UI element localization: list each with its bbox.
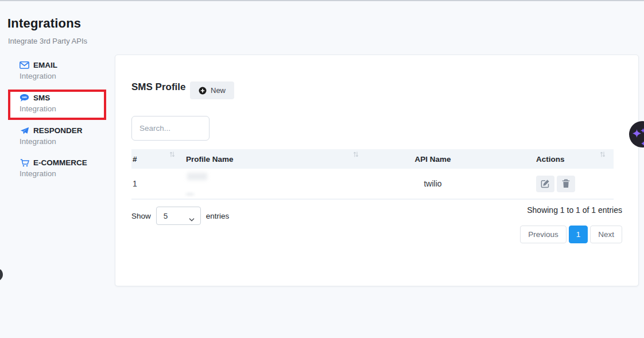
sidebar-item-email[interactable]: EMAIL Integration xyxy=(20,61,108,80)
header-label: # xyxy=(133,155,137,164)
sidebar-item-title: E-COMMERCE xyxy=(20,158,108,167)
sidebar-item-sublabel: Integration xyxy=(20,104,108,113)
sidebar-item-ecommerce[interactable]: E-COMMERCE Integration xyxy=(20,158,108,178)
left-edge-widget-handle[interactable] xyxy=(0,268,3,281)
sparkle-icon-small xyxy=(641,125,644,135)
cell-index: 1 xyxy=(131,169,183,199)
sms-profile-table: # Profile Name API Name Actions xyxy=(131,149,614,200)
sidebar-item-title: EMAIL xyxy=(20,61,108,69)
sidebar-item-label: E-COMMERCE xyxy=(33,158,87,167)
sms-chat-icon: SMS xyxy=(20,94,29,102)
redacted-profile-name xyxy=(187,173,207,180)
page-size-value: 5 xyxy=(164,212,168,220)
sparkle-icon xyxy=(633,129,641,140)
cell-actions xyxy=(499,169,614,199)
sidebar-item-sublabel: Integration xyxy=(20,72,108,80)
sidebar-item-title: RESPONDER xyxy=(20,126,108,135)
sidebar-item-responder[interactable]: RESPONDER Integration xyxy=(20,126,108,146)
page-title: Integrations xyxy=(7,16,81,31)
delete-button[interactable] xyxy=(557,176,575,192)
svg-text:SMS: SMS xyxy=(22,96,27,99)
header-label: Profile Name xyxy=(186,155,234,164)
shopping-cart-icon xyxy=(20,159,29,167)
page-length-control: Show 5 entries xyxy=(131,207,229,225)
sidebar-item-sublabel: Integration xyxy=(20,169,108,178)
current-page-button[interactable]: 1 xyxy=(569,226,588,243)
sort-icon xyxy=(169,151,175,160)
header-label: API Name xyxy=(414,155,451,164)
new-button[interactable]: New xyxy=(190,81,234,99)
header-api-name[interactable]: API Name xyxy=(367,149,499,169)
sort-icon xyxy=(600,151,606,160)
paper-plane-icon xyxy=(20,127,29,135)
card-title: SMS Profile xyxy=(131,81,185,93)
header-index[interactable]: # xyxy=(131,149,183,169)
chevron-down-icon xyxy=(189,215,195,223)
table-header-row: # Profile Name API Name Actions xyxy=(131,149,614,169)
table-info-text: Showing 1 to 1 of 1 entries xyxy=(527,205,622,215)
sidebar-item-label: SMS xyxy=(33,94,50,102)
header-label: Actions xyxy=(536,155,565,164)
redacted-profile-name-smudge xyxy=(186,193,194,196)
sort-icon xyxy=(353,151,359,160)
sidebar-item-sms[interactable]: SMS SMS Integration xyxy=(20,94,108,113)
search-input[interactable] xyxy=(131,116,210,141)
pagination: Previous 1 Next xyxy=(520,226,622,243)
new-button-label: New xyxy=(211,86,226,95)
sms-profile-card: SMS Profile New # Profile Name xyxy=(115,55,639,286)
sidebar-item-title: SMS SMS xyxy=(20,94,108,102)
page-subtitle: Integrate 3rd Party APIs xyxy=(8,37,87,45)
page-size-select[interactable]: 5 xyxy=(156,207,201,225)
edit-pencil-icon xyxy=(541,179,550,188)
envelope-icon xyxy=(20,61,29,69)
show-label: Show xyxy=(131,212,151,220)
integrations-page: Integrations Integrate 3rd Party APIs EM… xyxy=(0,0,644,338)
next-page-button[interactable]: Next xyxy=(590,226,622,243)
cell-api-name: twilio xyxy=(367,169,499,199)
sidebar-item-sublabel: Integration xyxy=(20,137,108,146)
header-actions[interactable]: Actions xyxy=(499,149,614,169)
edit-button[interactable] xyxy=(536,176,554,192)
table-row: 1 twilio xyxy=(131,169,614,200)
sidebar-item-label: RESPONDER xyxy=(33,126,83,135)
previous-page-button[interactable]: Previous xyxy=(520,226,567,243)
header-profile-name[interactable]: Profile Name xyxy=(183,149,367,169)
trash-icon xyxy=(562,179,570,188)
plus-circle-icon xyxy=(199,87,207,95)
entries-label: entries xyxy=(206,212,230,220)
sparkle-icon-tiny xyxy=(641,138,644,147)
cell-profile-name xyxy=(183,169,367,199)
sidebar-item-label: EMAIL xyxy=(33,61,57,69)
